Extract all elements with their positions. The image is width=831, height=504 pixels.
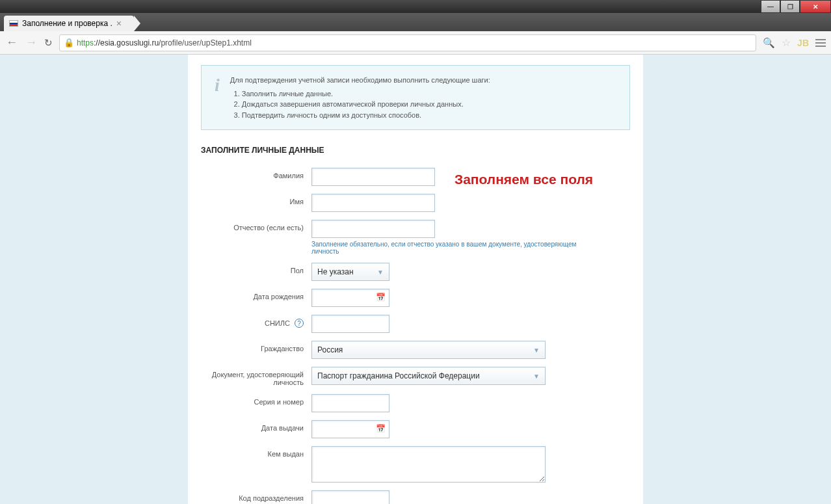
chevron-down-icon: ▼	[533, 347, 540, 354]
back-button[interactable]: ←	[5, 36, 18, 49]
tab-close-icon[interactable]: ×	[116, 18, 122, 29]
patronymic-hint: Заполнение обязательно, если отчество ук…	[311, 241, 585, 255]
issued-by-input[interactable]	[311, 446, 546, 483]
forward-button[interactable]: →	[25, 36, 38, 49]
lock-icon: 🔒	[64, 38, 74, 47]
label-document: Документ, удостоверяющий личность	[201, 367, 311, 386]
address-bar[interactable]: 🔒 https ://esia.gosuslugi.ru /profile/us…	[59, 34, 756, 51]
menu-icon[interactable]	[815, 39, 826, 47]
label-citizenship: Гражданство	[201, 341, 311, 352]
info-step: Заполнить личные данные.	[242, 88, 490, 99]
info-banner: i Для подтверждения учетной записи необх…	[201, 65, 630, 130]
surname-input[interactable]	[311, 168, 435, 186]
info-step: Дождаться завершения автоматической пров…	[242, 99, 490, 110]
patronymic-input[interactable]	[311, 220, 435, 238]
chevron-down-icon: ▼	[533, 373, 540, 380]
label-series: Серия и номер	[201, 394, 311, 406]
name-input[interactable]	[311, 194, 435, 212]
minimize-button[interactable]: —	[761, 0, 780, 13]
snils-input[interactable]	[311, 315, 389, 333]
label-surname: Фамилия	[201, 168, 311, 179]
label-birthdate: Дата рождения	[201, 289, 311, 300]
citizenship-select[interactable]: Россия ▼	[311, 341, 546, 359]
info-intro: Для подтверждения учетной записи необход…	[230, 75, 490, 86]
citizenship-value: Россия	[317, 345, 343, 354]
tab-title: Заполнение и проверка .	[22, 19, 112, 28]
gender-value: Не указан	[317, 267, 354, 276]
document-select[interactable]: Паспорт гражданина Российской Федерации …	[311, 367, 546, 385]
label-patronymic: Отчество (если есть)	[201, 220, 311, 232]
chevron-down-icon: ▼	[377, 269, 384, 276]
gender-select[interactable]: Не указан ▼	[311, 263, 389, 281]
browser-tab[interactable]: Заполнение и проверка . ×	[4, 16, 134, 31]
extension-jb-icon[interactable]: JB	[797, 38, 809, 48]
label-issued-by: Кем выдан	[201, 446, 311, 458]
url-host: ://esia.gosuslugi.ru	[94, 38, 159, 47]
url-path: /profile/user/upStep1.xhtml	[159, 38, 252, 47]
calendar-icon[interactable]: 📅	[376, 293, 386, 302]
label-issue-date: Дата выдачи	[201, 420, 311, 432]
document-value: Паспорт гражданина Российской Федерации	[317, 371, 480, 380]
page-viewport: i Для подтверждения учетной записи необх…	[0, 55, 831, 504]
dept-code-input[interactable]	[311, 490, 389, 504]
close-button[interactable]: ✕	[800, 0, 831, 13]
main-content: i Для подтверждения учетной записи необх…	[188, 55, 643, 504]
overlay-annotation: Заполняем все поля	[455, 172, 593, 187]
zoom-icon[interactable]: 🔍	[763, 37, 775, 49]
label-dept-code: Код подразделения	[201, 490, 311, 502]
favicon-ru-flag-icon	[9, 20, 18, 27]
section-title: ЗАПОЛНИТЕ ЛИЧНЫЕ ДАННЫЕ	[188, 146, 643, 155]
url-protocol: https	[77, 38, 94, 47]
help-icon[interactable]: ?	[295, 319, 304, 328]
browser-tabstrip: Заполнение и проверка . ×	[0, 13, 831, 31]
browser-toolbar: ← → ↻ 🔒 https ://esia.gosuslugi.ru /prof…	[0, 31, 831, 55]
maximize-button[interactable]: ❐	[780, 0, 800, 13]
label-gender: Пол	[201, 263, 311, 274]
calendar-icon[interactable]: 📅	[376, 424, 386, 433]
reload-button[interactable]: ↻	[44, 37, 53, 49]
window-titlebar: — ❐ ✕	[0, 0, 831, 13]
series-input[interactable]	[311, 394, 389, 412]
label-snils: СНИЛС ?	[201, 315, 311, 328]
bookmark-star-icon[interactable]: ☆	[782, 36, 791, 49]
info-step: Подтвердить личность одним из доступных …	[242, 110, 490, 121]
label-name: Имя	[201, 194, 311, 206]
info-icon: i	[215, 75, 220, 120]
